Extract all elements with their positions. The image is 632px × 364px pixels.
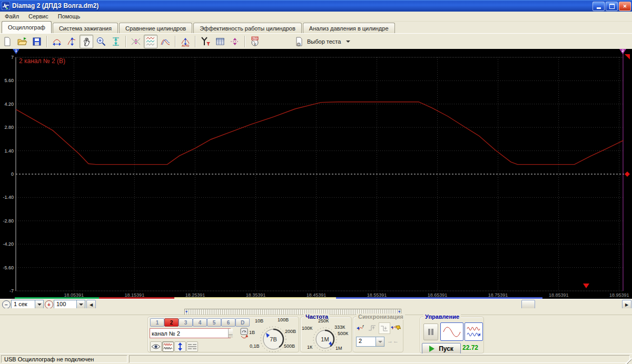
channel-autoscale-button[interactable] <box>174 341 186 352</box>
measured-value: 22.72 <box>462 344 478 351</box>
zoom-button[interactable] <box>94 35 108 48</box>
trigger-rising-edge-button[interactable]: f <box>355 322 366 333</box>
vertical-scale-icon <box>66 36 77 47</box>
chevron-down-icon[interactable] <box>346 41 350 43</box>
svg-text:18.85391: 18.85391 <box>549 292 569 298</box>
menu-service[interactable]: Сервис <box>24 12 53 21</box>
trigger-manual-button[interactable] <box>390 322 401 333</box>
channel-visibility-button[interactable] <box>150 341 162 352</box>
time-zoom-out-button[interactable]: − <box>2 300 11 309</box>
svg-text:18.05391: 18.05391 <box>64 292 84 298</box>
svg-text:18.55391: 18.55391 <box>367 292 387 298</box>
channel-button-6[interactable]: 6 <box>221 318 235 327</box>
save-button[interactable] <box>30 35 44 48</box>
tab-cylinder-efficiency[interactable]: Эффективность работы цилиндров <box>193 23 302 33</box>
new-file-button[interactable] <box>1 35 14 48</box>
test-selector[interactable]: ⚙ Выбор теста <box>290 35 354 48</box>
compress-signal-button[interactable] <box>109 35 123 48</box>
toolbar-separator <box>46 36 47 47</box>
multi-sweep-button[interactable] <box>465 322 483 341</box>
collapse-waves-button[interactable] <box>129 35 143 48</box>
auto-amplitude-button[interactable]: AUTO <box>179 35 192 48</box>
channel-group: 1 2 3 4 5 6 D ... <box>147 317 299 352</box>
sync-channel-combo[interactable]: 2 <box>356 337 384 347</box>
svg-text:18.25391: 18.25391 <box>185 292 205 298</box>
open-file-button[interactable] <box>15 35 29 48</box>
trigger-step-down-button[interactable] <box>379 322 390 334</box>
collapse-arrows-icon[interactable]: →← <box>387 338 399 344</box>
restore-button[interactable] <box>606 2 618 11</box>
sine-wave-icon <box>442 326 461 338</box>
trackbar-left-thumb[interactable]: ▾ <box>185 310 187 314</box>
voltage-range-knob[interactable]: 7В 0,1В 1В 10В 100В 200В 500В <box>248 316 299 353</box>
channel-name-input[interactable] <box>150 329 228 338</box>
resize-grip[interactable] <box>625 358 631 364</box>
horizontal-scale-button[interactable] <box>50 35 64 48</box>
tab-cylinder-pressure[interactable]: Анализ давления в цилиндре <box>303 23 395 33</box>
svg-text:⚙: ⚙ <box>297 42 301 47</box>
table-view-button[interactable] <box>213 35 227 48</box>
svg-text:AUTO: AUTO <box>182 44 189 47</box>
oscilloscope-area: 75.604.202.801.400-1.40-2.80-4.20-5.60-7… <box>0 49 632 299</box>
channel-button-1[interactable]: 1 <box>150 318 164 327</box>
svg-text:0: 0 <box>11 171 14 177</box>
open-file-icon <box>17 36 27 47</box>
window-title: Diamag 2 (ДПДЗ Волга.dm2) <box>12 2 98 9</box>
tab-cylinder-comparison[interactable]: Сравнение цилиндров <box>119 23 192 33</box>
chevron-down-icon[interactable] <box>376 337 384 346</box>
chevron-down-icon[interactable] <box>35 300 43 309</box>
filter-signals-button[interactable] <box>199 35 212 48</box>
collapse-waves-icon <box>131 36 141 47</box>
sync-title: Синхронизация <box>357 314 405 320</box>
test-selector-icon: ⚙ <box>293 36 304 47</box>
single-sweep-button[interactable] <box>440 322 463 341</box>
probe-switch-icon <box>239 328 249 340</box>
auto-measure-button[interactable]: V AUTO <box>248 35 262 48</box>
svg-text:-1.40: -1.40 <box>3 195 14 200</box>
menu-help[interactable]: Помощь <box>53 12 85 21</box>
compare-waves-icon <box>160 36 171 47</box>
toolbar-separator <box>195 36 196 47</box>
channel-button-3[interactable]: 3 <box>179 318 193 327</box>
pause-icon <box>428 328 434 336</box>
step-down-icon <box>380 324 389 332</box>
menu-file[interactable]: Файл <box>0 12 24 21</box>
channel-button-2[interactable]: 2 <box>164 318 179 327</box>
svg-text:f: f <box>362 324 364 329</box>
trigger-cursor-icon <box>390 323 401 332</box>
application-window: Diamag 2 (ДПДЗ Волга.dm2) ✕ Файл Сервис … <box>0 0 632 364</box>
points-zoom-in-button[interactable]: + <box>45 300 53 309</box>
overlay-waves-button[interactable] <box>144 35 157 48</box>
channel-more-button[interactable]: ... <box>228 329 233 338</box>
svg-text:V: V <box>254 43 256 46</box>
channel-button-d[interactable]: D <box>235 318 250 327</box>
title-bar[interactable]: Diamag 2 (ДПДЗ Волга.dm2) ✕ <box>0 0 632 12</box>
tab-oscilloscope[interactable]: Осциллограф <box>2 21 52 33</box>
tab-bar: Осциллограф Система зажигания Сравнение … <box>0 21 632 33</box>
time-scale-value: 1 сек <box>12 300 35 309</box>
channel-levels-button[interactable] <box>186 341 198 352</box>
hand-tool-button[interactable] <box>80 35 93 48</box>
channel-waveform-button[interactable] <box>162 341 174 352</box>
start-button[interactable]: Пуск <box>422 343 461 354</box>
vertical-scale-button[interactable] <box>65 35 78 48</box>
tab-ignition-system[interactable]: Система зажигания <box>53 23 118 33</box>
filter-signals-icon <box>200 36 211 47</box>
frequency-knob[interactable]: 1М 1К 100К 250К 333К 500К 1М <box>301 318 351 352</box>
channel-button-5[interactable]: 5 <box>207 318 221 327</box>
table-view-icon <box>215 36 225 47</box>
split-view-button[interactable] <box>228 35 242 48</box>
pause-button[interactable] <box>423 323 438 340</box>
svg-text:7: 7 <box>11 55 14 60</box>
eye-icon <box>151 343 161 350</box>
channel-button-4[interactable]: 4 <box>193 318 207 327</box>
trigger-step-up-button[interactable] <box>367 322 378 333</box>
close-button[interactable]: ✕ <box>619 2 631 11</box>
svg-text:18.75391: 18.75391 <box>488 292 508 298</box>
chevron-down-icon[interactable] <box>76 300 85 309</box>
compare-waves-button[interactable] <box>159 35 172 48</box>
probe-switch-button[interactable] <box>239 328 249 340</box>
svg-text:5.60: 5.60 <box>4 78 14 83</box>
svg-text:1.40: 1.40 <box>4 148 14 154</box>
minimize-button[interactable] <box>592 2 605 11</box>
